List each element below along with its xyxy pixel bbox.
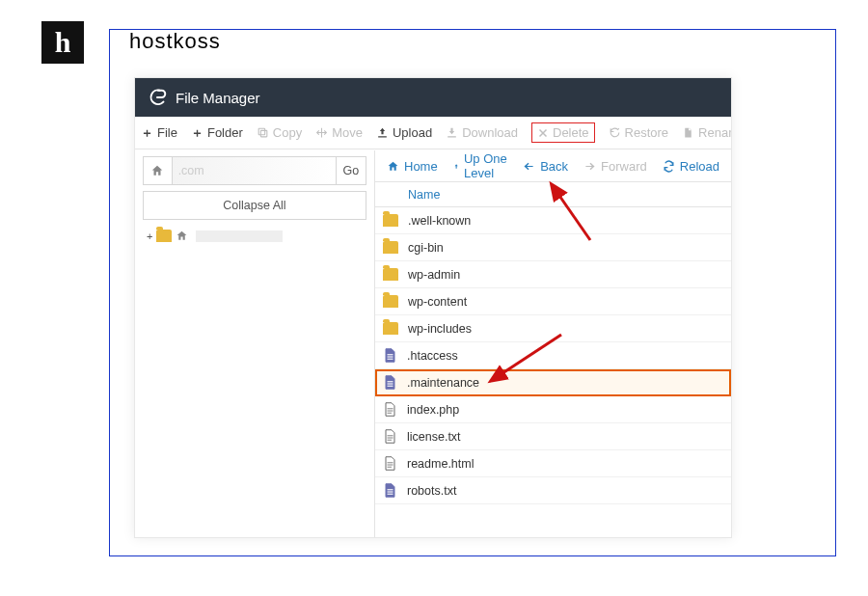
file-button[interactable]: ＋File (141, 124, 177, 142)
window-title: File Manager (176, 90, 260, 106)
file-row[interactable]: readme.html (375, 450, 731, 477)
upload-button[interactable]: Upload (376, 125, 432, 140)
back-icon (523, 161, 535, 172)
download-icon (446, 126, 458, 139)
folder-icon (383, 295, 398, 308)
path-input[interactable] (173, 157, 336, 184)
file-list: .well-knowncgi-binwp-adminwp-contentwp-i… (375, 207, 731, 537)
file-name: .well-known (408, 214, 723, 228)
collapse-all-button[interactable]: Collapse All (143, 191, 366, 220)
file-manager-window: File Manager ＋File ＋Folder Copy Move Upl… (134, 77, 732, 538)
folder-row[interactable]: wp-includes (375, 315, 731, 342)
folder-row[interactable]: wp-admin (375, 261, 731, 288)
file-icon (383, 428, 397, 445)
file-name: wp-content (408, 295, 723, 309)
address-bar: Go (143, 156, 366, 185)
folder-icon (383, 214, 398, 227)
file-name: license.txt (407, 430, 723, 444)
file-name: index.php (407, 403, 723, 417)
folder-icon (383, 241, 398, 254)
home-icon (176, 230, 188, 242)
tree-root-label-redacted (196, 230, 283, 242)
file-icon (383, 374, 397, 391)
copy-button[interactable]: Copy (257, 125, 302, 140)
folder-button[interactable]: ＋Folder (191, 124, 243, 142)
file-icon (383, 482, 397, 499)
file-name: wp-includes (408, 322, 723, 336)
move-button[interactable]: Move (315, 125, 363, 140)
folder-icon (383, 322, 398, 335)
content-area: Go Collapse All + Home Up One Level (135, 150, 731, 537)
nav-up[interactable]: Up One Level (453, 151, 508, 180)
file-navbar: Home Up One Level Back Forward Reload (375, 150, 731, 182)
folder-row[interactable]: cgi-bin (375, 234, 731, 261)
file-row[interactable]: index.php (375, 396, 731, 423)
home-icon-button[interactable] (144, 157, 173, 184)
file-panel: Home Up One Level Back Forward Reload (375, 150, 731, 537)
nav-back[interactable]: Back (523, 159, 568, 174)
move-icon (315, 126, 328, 139)
file-row[interactable]: license.txt (375, 423, 731, 450)
brand-logo: h (23, 8, 102, 77)
brand-logo-letter: h (41, 21, 84, 64)
nav-forward[interactable]: Forward (583, 159, 647, 174)
action-toolbar: ＋File ＋Folder Copy Move Upload Download … (135, 117, 731, 149)
file-icon (383, 401, 397, 418)
file-name: .htaccess (407, 349, 723, 363)
file-name: robots.txt (407, 484, 723, 498)
file-name: readme.html (407, 457, 723, 471)
upload-icon (376, 126, 389, 139)
expand-icon[interactable]: + (147, 230, 152, 242)
delete-button[interactable]: Delete (531, 122, 595, 143)
home-icon (150, 164, 164, 177)
forward-icon (583, 161, 596, 172)
delete-icon (537, 127, 549, 139)
go-button[interactable]: Go (336, 157, 366, 184)
file-icon (383, 347, 397, 364)
file-name: cgi-bin (408, 241, 723, 255)
nav-home[interactable]: Home (387, 159, 438, 174)
rename-icon (682, 126, 694, 139)
file-icon (383, 455, 397, 472)
download-button[interactable]: Download (446, 125, 518, 140)
folder-row[interactable]: .well-known (375, 207, 731, 234)
file-row[interactable]: robots.txt (375, 477, 731, 504)
reload-icon (663, 160, 675, 173)
file-name: .maintenance (407, 376, 723, 390)
svg-rect-0 (260, 130, 267, 137)
restore-button[interactable]: Restore (609, 125, 669, 140)
rename-button[interactable]: Rename (682, 125, 732, 140)
file-name: wp-admin (408, 268, 723, 282)
home-icon (387, 160, 399, 173)
copy-icon (257, 126, 269, 139)
tree-root[interactable]: + (143, 226, 366, 242)
window-titlebar: File Manager (135, 78, 731, 117)
folder-icon (156, 230, 172, 242)
up-icon (453, 160, 459, 173)
folder-icon (383, 268, 398, 281)
nav-reload[interactable]: Reload (663, 159, 719, 174)
cpanel-icon (147, 87, 168, 108)
folder-row[interactable]: wp-content (375, 288, 731, 315)
svg-rect-1 (258, 128, 265, 135)
column-header-name[interactable]: Name (375, 182, 731, 207)
tree-panel: Go Collapse All + (135, 150, 375, 537)
file-row[interactable]: .maintenance (375, 369, 731, 396)
file-row[interactable]: .htaccess (375, 342, 731, 369)
restore-icon (609, 126, 621, 139)
